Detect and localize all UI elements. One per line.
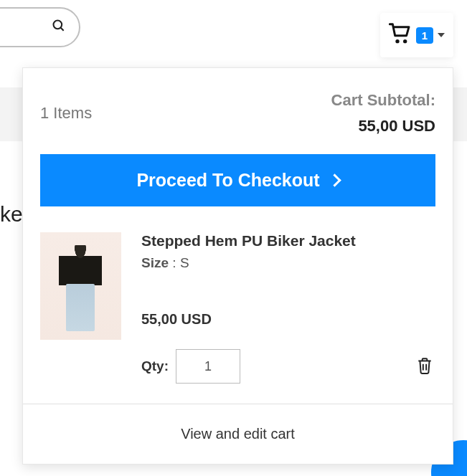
svg-point-2 bbox=[395, 39, 399, 43]
cart-icon bbox=[389, 23, 412, 47]
mini-cart-dropdown: 1 Items Cart Subtotal: 55,00 USD Proceed… bbox=[22, 67, 453, 465]
size-separator: : bbox=[169, 255, 180, 270]
qty-group: Qty: bbox=[141, 349, 240, 384]
checkout-label: Proceed To Checkout bbox=[136, 170, 319, 191]
proceed-to-checkout-button[interactable]: Proceed To Checkout bbox=[40, 154, 435, 206]
size-label: Size bbox=[141, 255, 169, 270]
product-price: 55,00 USD bbox=[141, 311, 435, 328]
subtotal-amount: 55,00 USD bbox=[358, 117, 435, 135]
item-details: Stepped Hem PU Biker Jacket Size : S 55,… bbox=[141, 232, 435, 384]
svg-point-0 bbox=[54, 21, 62, 29]
truncated-page-text: ke bbox=[0, 202, 23, 227]
chevron-down-icon bbox=[438, 33, 445, 37]
cart-footer: View and edit cart bbox=[23, 404, 453, 464]
cart-subtotal: Cart Subtotal: 55,00 USD bbox=[331, 91, 435, 135]
chevron-right-icon bbox=[328, 173, 341, 186]
size-value: S bbox=[180, 255, 189, 270]
product-name[interactable]: Stepped Hem PU Biker Jacket bbox=[141, 232, 435, 249]
search-box[interactable] bbox=[0, 7, 80, 47]
search-icon bbox=[52, 19, 66, 36]
qty-label: Qty: bbox=[141, 358, 169, 374]
qty-input[interactable] bbox=[176, 349, 240, 384]
remove-item-button[interactable] bbox=[414, 354, 435, 379]
cart-items-count: 1 Items bbox=[40, 104, 92, 123]
svg-line-1 bbox=[61, 28, 64, 31]
cart-header: 1 Items Cart Subtotal: 55,00 USD bbox=[40, 68, 435, 154]
cart-item: Stepped Hem PU Biker Jacket Size : S 55,… bbox=[40, 232, 435, 404]
product-size: Size : S bbox=[141, 255, 435, 271]
subtotal-label: Cart Subtotal: bbox=[331, 91, 435, 110]
qty-row: Qty: bbox=[141, 349, 435, 384]
product-thumbnail[interactable] bbox=[40, 232, 121, 340]
svg-point-3 bbox=[403, 39, 407, 43]
trash-icon bbox=[417, 366, 433, 376]
mini-cart-trigger[interactable]: 1 bbox=[380, 13, 453, 57]
view-edit-cart-link[interactable]: View and edit cart bbox=[181, 426, 295, 442]
cart-count-badge: 1 bbox=[416, 27, 433, 44]
